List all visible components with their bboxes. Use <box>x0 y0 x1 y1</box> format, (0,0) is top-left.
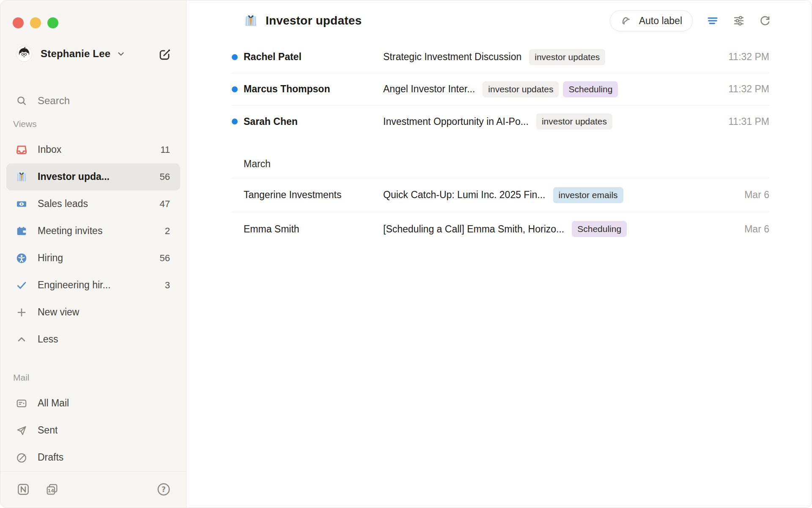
sidebar-item-sent[interactable]: Sent <box>6 417 180 444</box>
email-group: March Tangerine Investments Quick Catch-… <box>232 150 769 246</box>
email-row[interactable]: Rachel Patel Strategic Investment Discus… <box>232 41 769 73</box>
email-time: 11:31 PM <box>720 116 769 127</box>
help-icon: ? <box>156 482 171 497</box>
email-time: Mar 6 <box>736 189 769 201</box>
email-time: Mar 6 <box>736 224 769 235</box>
sidebar-item-label: Hiring <box>38 252 63 264</box>
sidebar-item-label: Sent <box>38 425 58 436</box>
sidebar-item-icon <box>16 334 27 345</box>
unread-dot-column <box>232 192 244 198</box>
calendar-app-icon[interactable]: 14 <box>45 483 59 496</box>
search-icon <box>16 95 27 107</box>
sidebar-item-meeting-invites[interactable]: Meeting invites 2 <box>6 218 180 245</box>
email-row[interactable]: Emma Smith [Scheduling a Call] Emma Smit… <box>232 212 769 246</box>
display-settings-button[interactable] <box>732 14 745 27</box>
sidebar-item-drafts[interactable]: Drafts <box>6 444 180 471</box>
sidebar-item-icon <box>16 452 27 464</box>
unread-dot <box>232 86 238 92</box>
unread-dot-column <box>232 54 244 60</box>
sidebar-footer: 14 ? <box>0 471 186 508</box>
sidebar-item-count: 3 <box>165 280 170 291</box>
chevron-down-icon <box>115 48 126 59</box>
sidebar-item-label: All Mail <box>38 398 69 409</box>
email-row[interactable]: Sarah Chen Investment Opportunity in AI-… <box>232 105 769 138</box>
window-controls <box>0 0 186 28</box>
necktie-icon <box>244 14 258 28</box>
email-sender: Sarah Chen <box>244 116 383 127</box>
sidebar-item-hiring[interactable]: Hiring 56 <box>6 245 180 272</box>
filter-button[interactable] <box>706 14 719 27</box>
email-group-rows: Rachel Patel Strategic Investment Discus… <box>232 41 769 138</box>
email-sender: Marcus Thompson <box>244 83 383 95</box>
sidebar-item-label: Drafts <box>38 452 63 463</box>
checkmark-icon <box>16 279 27 291</box>
notion-app-icon[interactable] <box>16 483 30 496</box>
zoom-button[interactable] <box>47 17 58 28</box>
sidebar-section: Views Inbox 11 Investor upda... 56 Sales… <box>0 118 186 353</box>
sidebar: Stephanie Lee Search Views Inbox 11 Inve… <box>0 0 187 508</box>
avatar <box>16 46 32 62</box>
email-subject: Investment Opportunity in AI-Po... <box>383 116 529 127</box>
email-subject: [Scheduling a Call] Emma Smith, Horizo..… <box>383 224 564 235</box>
email-tags: investor emails <box>553 187 623 203</box>
sidebar-item-count: 56 <box>160 253 170 264</box>
email-row[interactable]: Marcus Thompson Angel Investor Inter... … <box>232 73 769 105</box>
auto-label-button[interactable]: Auto label <box>610 10 693 31</box>
sidebar-item-count: 11 <box>160 144 170 155</box>
sidebar-item-label: Engineering hir... <box>38 279 111 291</box>
label-tag[interactable]: investor emails <box>553 187 623 203</box>
email-subject: Quick Catch-Up: Lumi Inc. 2025 Fin... <box>383 189 546 201</box>
sidebar-item-icon <box>16 279 27 291</box>
sidebar-item-inbox[interactable]: Inbox 11 <box>6 136 180 163</box>
sidebar-item-new-view[interactable]: New view <box>6 299 180 326</box>
help-button[interactable]: ? <box>156 482 171 497</box>
user-name: Stephanie Lee <box>41 48 110 60</box>
drafts-icon <box>16 452 27 464</box>
sidebar-item-all-mail[interactable]: All Mail <box>6 390 180 417</box>
label-tag[interactable]: investor updates <box>536 113 612 130</box>
account-switcher[interactable]: Stephanie Lee <box>16 45 172 62</box>
unread-dot-column <box>232 119 244 124</box>
plus-icon <box>16 306 27 318</box>
necktie-icon <box>16 171 27 183</box>
compose-button[interactable] <box>157 47 172 61</box>
sidebar-item-less[interactable]: Less <box>6 326 180 353</box>
filter-icon <box>706 14 719 27</box>
sliders-icon <box>732 14 745 27</box>
date-group-header: March <box>232 150 769 178</box>
sidebar-item-investor-upda[interactable]: Investor upda... 56 <box>6 163 180 190</box>
close-button[interactable] <box>13 17 24 28</box>
label-tag[interactable]: Scheduling <box>563 81 618 97</box>
chevron-up-icon <box>16 334 27 345</box>
sidebar-item-icon <box>16 425 27 436</box>
email-row[interactable]: Tangerine Investments Quick Catch-Up: Lu… <box>232 178 769 212</box>
search-button[interactable]: Search <box>6 89 180 113</box>
label-tag[interactable]: investor updates <box>483 81 559 97</box>
sidebar-item-icon <box>16 198 27 210</box>
email-sender: Tangerine Investments <box>244 189 383 201</box>
date-group-label: March <box>232 158 271 170</box>
sidebar-item-icon <box>16 144 27 156</box>
calendar-icon <box>16 225 27 237</box>
email-group-rows: Tangerine Investments Quick Catch-Up: Lu… <box>232 178 769 246</box>
necktie-icon <box>244 14 258 28</box>
refresh-button[interactable] <box>759 14 771 27</box>
banknote-icon <box>16 198 27 210</box>
search-icon <box>16 95 27 107</box>
refresh-icon <box>759 14 771 27</box>
sidebar-item-icon <box>16 225 27 237</box>
email-subject: Angel Investor Inter... <box>383 83 475 95</box>
email-time: 11:32 PM <box>720 51 769 63</box>
label-tag[interactable]: investor updates <box>529 49 605 65</box>
unread-dot <box>232 54 238 60</box>
email-tags: investor updates <box>536 113 612 130</box>
search-label: Search <box>38 95 70 107</box>
compose-icon <box>157 47 172 61</box>
sidebar-item-count: 2 <box>165 226 170 237</box>
sidebar-item-sales-leads[interactable]: Sales leads 47 <box>6 190 180 218</box>
sidebar-item-icon <box>16 398 27 409</box>
auto-label-label: Auto label <box>639 15 682 27</box>
sidebar-item-engineering-hir[interactable]: Engineering hir... 3 <box>6 272 180 299</box>
label-tag[interactable]: Scheduling <box>572 221 627 237</box>
minimize-button[interactable] <box>30 17 41 28</box>
